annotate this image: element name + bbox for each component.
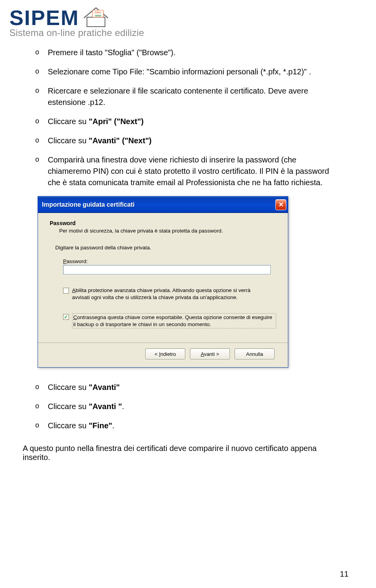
instruction-text: Cliccare su "Apri" ("Next") (48, 116, 341, 127)
back-button[interactable]: < Indietro (145, 348, 185, 359)
dialog-title: Importazione guidata certificati (42, 201, 134, 208)
dialog-subheading: Per motivi di sicurezza, la chiave priva… (59, 228, 276, 234)
password-label: Password: (63, 258, 276, 264)
checkbox-advanced-protection-label: Abilita protezione avanzata chiave priva… (72, 287, 276, 301)
bullet-marker: o (35, 401, 41, 412)
instruction-text: Cliccare su "Avanti" ("Next") (48, 135, 341, 146)
instruction-text: Cliccare su "Avanti ". (48, 401, 341, 412)
instruction-text: Comparirà una finestra dove viene richie… (48, 154, 341, 188)
instruction-text: Cliccare su "Avanti" (48, 382, 341, 393)
dialog-instruction: Digitare la password della chiave privat… (55, 245, 276, 251)
bullet-marker: o (35, 66, 41, 78)
checkbox-advanced-protection[interactable] (63, 288, 69, 294)
close-icon[interactable]: ✕ (275, 199, 286, 210)
bullet-marker: o (35, 135, 41, 146)
bullet-marker: o (35, 382, 41, 393)
dialog-titlebar[interactable]: Importazione guidata certificati ✕ (38, 197, 288, 213)
certificate-import-wizard-dialog: Importazione guidata certificati ✕ Passw… (38, 196, 288, 368)
instruction-text: Premere il tasto "Sfoglia" ("Browse"). (48, 47, 341, 58)
bullet-marker: o (35, 154, 41, 188)
brand-tagline: Sistema on-line pratiche edilizie (9, 27, 367, 38)
cancel-button[interactable]: Annulla (235, 348, 275, 359)
page-header: SIPEM Clicc casa Sistema on-line pratich… (0, 0, 376, 41)
bullet-marker: o (35, 116, 41, 127)
bullet-marker: o (35, 420, 41, 431)
instruction-text: Cliccare su "Fine". (48, 420, 341, 431)
dialog-heading: Password (50, 220, 276, 226)
instruction-list-top: o Premere il tasto "Sfoglia" ("Browse").… (35, 47, 341, 188)
svg-text:casa: casa (95, 14, 101, 17)
bullet-marker: o (35, 85, 41, 108)
password-input[interactable] (63, 265, 271, 274)
instruction-text: Ricercare e selezionare il file scaricat… (48, 85, 341, 108)
checkbox-exportable[interactable] (63, 314, 69, 320)
instruction-list-bottom: o Cliccare su "Avanti" o Cliccare su "Av… (35, 382, 341, 431)
house-icon: Clicc casa (82, 5, 110, 28)
svg-rect-0 (87, 17, 105, 27)
instruction-text: Selezionare come Tipo File: "Scambio inf… (48, 66, 341, 78)
checkbox-exportable-label: Contrassegna questa chiave come esportab… (72, 313, 276, 328)
bullet-marker: o (35, 47, 41, 58)
page-number: 11 (340, 570, 349, 579)
final-paragraph: A questo punto nella finestra dei certif… (0, 439, 376, 462)
svg-text:Clicc: Clicc (95, 11, 101, 14)
next-button[interactable]: Avanti > (190, 348, 230, 359)
brand-logo-text: SIPEM (9, 7, 79, 28)
